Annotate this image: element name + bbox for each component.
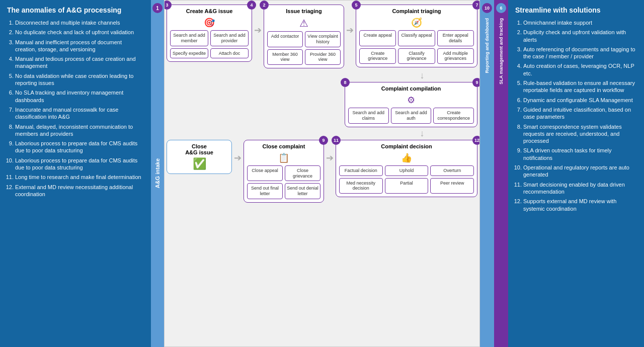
solution-4: Auto creation of cases, leveraging OCR, … [523, 62, 637, 77]
sub-provider-360: Provider 360 view [305, 49, 341, 65]
badge-4: 4 [247, 1, 256, 10]
sub-close-grievance: Close grievance [285, 165, 320, 182]
close-complaint-box: 9 Close complaint 📋 Close appeal Close g… [244, 140, 324, 203]
complaint-compilation-box: 8 9 Complaint compilation ⚙ Search and a… [345, 82, 477, 127]
complaint-compilation-title: Complaint compilation [348, 85, 474, 92]
reporting-label: Reporting and dashboard [485, 18, 490, 73]
close-ag-title: CloseA&G issue [170, 143, 228, 155]
right-panel: Streamline with solutions Omnichannel in… [508, 0, 644, 347]
badge-6: 6 [496, 3, 506, 13]
sub-factual: Factual decision [339, 165, 383, 176]
sub-search-auth: Search and add auth [391, 108, 432, 124]
anomaly-2: No duplicate check and lack of upfront v… [15, 29, 144, 36]
flow-content: 3 4 Create A&G issue 🎯 Search and add me… [164, 0, 480, 347]
solution-9: SLA driven outreach tasks for timely not… [523, 147, 637, 161]
sub-classify-grievance: Classify grievance [398, 48, 435, 64]
complaint-triaging-title: Complaint triaging [359, 8, 474, 14]
sub-uphold: Uphold [385, 165, 429, 176]
middle-row: 8 9 Complaint compilation ⚙ Search and a… [167, 82, 477, 127]
badge-1: 1 [152, 3, 163, 13]
issue-triaging-title: Issue triaging [267, 8, 341, 14]
arrow-1: ➔ [254, 25, 262, 36]
create-ag-title: Create A&G issue [170, 8, 249, 14]
complaint-decision-subs: Factual decision Uphold Overturn Med nec… [339, 165, 474, 194]
badge-9b: 9 [319, 136, 328, 145]
anomaly-3: Manual and inefficient process of docume… [15, 39, 144, 53]
solution-1: Omnichannel intake support [523, 19, 637, 26]
anomaly-8: Manual, delayed, inconsistent communicat… [15, 123, 144, 138]
sub-specify: Specify expedite [170, 48, 208, 59]
compilation-subs: Search and add claims Search and add aut… [348, 108, 474, 124]
anomalies-list: Disconnected and multiple intake channel… [7, 19, 144, 198]
complaint-decision-box: 11 12 Complaint decision 👍 Factual decis… [336, 140, 477, 197]
left-blue-bar: 1 A&G intake [151, 0, 164, 347]
complaint-triaging-box: 5 7 Complaint triaging 🧭 Create appeal C… [356, 5, 477, 67]
left-panel-title: The anomalies of A&G processing [7, 6, 144, 14]
badge-2: 2 [260, 1, 269, 10]
sub-create-correspondence: Create correspondence [433, 108, 474, 124]
sub-search-member: Search and add member [170, 30, 208, 46]
solution-5: Rule-based validation to ensure all nece… [523, 79, 637, 94]
issue-triaging-box: 2 Issue triaging ⚠ Add contactor View co… [264, 5, 344, 68]
right-bars: 10 Reporting and dashboard 6 SLA managem… [480, 0, 508, 347]
anomaly-9: Laborious process to prepare data for CM… [15, 140, 144, 154]
sub-send-final: Send out final letter [247, 183, 283, 199]
sub-partial: Partial [385, 178, 429, 194]
sub-classify-appeal: Classify appeal [398, 30, 435, 46]
anomaly-11: Long time to research and make final det… [15, 173, 144, 181]
close-ag-icon: ✅ [170, 157, 228, 170]
close-complaint-subs: Close appeal Close grievance Send out fi… [247, 165, 320, 199]
sla-label: SLA management and tracking [499, 18, 504, 84]
create-ag-subs: Search and add member Search and add pro… [170, 30, 249, 58]
arrow-4: ➔ [326, 152, 334, 163]
solution-11: Smart decisioning enabled by data driven… [523, 181, 637, 196]
badge-7: 7 [472, 1, 480, 10]
arrow-3: ➔ [234, 152, 242, 163]
anomaly-10: Laborious process to prepare data for CM… [15, 157, 144, 171]
right-bar-sla: 6 SLA management and tracking [494, 0, 508, 347]
badge-11: 11 [332, 136, 341, 145]
sub-med-necessity: Med necessity decision [339, 178, 383, 194]
anomaly-12: External and MD review necessitating add… [15, 184, 144, 198]
arrow-2: ➔ [346, 25, 354, 36]
solution-3: Auto referencing of documents and taggin… [523, 46, 637, 60]
create-ag-box: 3 4 Create A&G issue 🎯 Search and add me… [167, 5, 252, 62]
bottom-row: CloseA&G issue ✅ ➔ 9 Close complaint 📋 C… [167, 140, 477, 203]
anomaly-5: No data validation while case creation l… [15, 72, 144, 87]
solution-6: Dynamic and configurable SLA Management [523, 97, 637, 104]
sub-create-grievance: Create grievance [359, 48, 396, 64]
sub-overturn: Overturn [430, 165, 474, 176]
right-panel-title: Streamline with solutions [515, 6, 637, 14]
sub-enter-appeal: Enter appeal details [437, 30, 474, 46]
close-ag-box: CloseA&G issue ✅ [167, 140, 232, 174]
solution-10: Operational and regulatory reports are a… [523, 164, 637, 179]
complaint-decision-icon: 👍 [339, 152, 474, 163]
anomaly-4: Manual and tedious process of case creat… [15, 55, 144, 70]
complaint-triaging-icon: 🧭 [359, 17, 474, 28]
sub-search-claims: Search and add claims [348, 108, 389, 124]
arrow-down-1: ↓ [167, 70, 477, 81]
anomaly-1: Disconnected and multiple intake channel… [15, 19, 144, 26]
solution-12: Supports external and MD review with sys… [523, 198, 637, 212]
complaint-decision-title: Complaint decision [339, 143, 474, 149]
sub-view-complaint: View complaint history [305, 31, 341, 47]
solution-7: Guided and intuitive classification, bas… [523, 106, 637, 121]
sub-create-appeal: Create appeal [359, 30, 396, 46]
center-area: 1 A&G intake 3 4 Create A&G issue 🎯 Sear… [151, 0, 508, 347]
badge-10: 10 [482, 3, 492, 13]
issue-triaging-icon: ⚠ [267, 17, 341, 29]
create-ag-icon: 🎯 [170, 17, 249, 28]
anomaly-7: Inaccurate and manual crosswalk for case… [15, 106, 144, 121]
main-container: The anomalies of A&G processing Disconne… [0, 0, 644, 347]
close-complaint-icon: 📋 [247, 152, 320, 163]
right-bar-reporting: 10 Reporting and dashboard [480, 0, 494, 347]
badge-5: 5 [352, 1, 361, 10]
top-row: 3 4 Create A&G issue 🎯 Search and add me… [167, 5, 477, 68]
solution-2: Duplicity check and upfront validation w… [523, 29, 637, 43]
sub-search-provider: Search and add provider [210, 30, 249, 46]
complaint-triaging-subs: Create appeal Classify appeal Enter appe… [359, 30, 474, 64]
sub-add-multiple: Add multiple grievances [437, 48, 474, 64]
sub-attach: Attach doc [210, 48, 249, 59]
close-complaint-title: Close complaint [247, 143, 320, 149]
compilation-icon: ⚙ [348, 95, 474, 106]
